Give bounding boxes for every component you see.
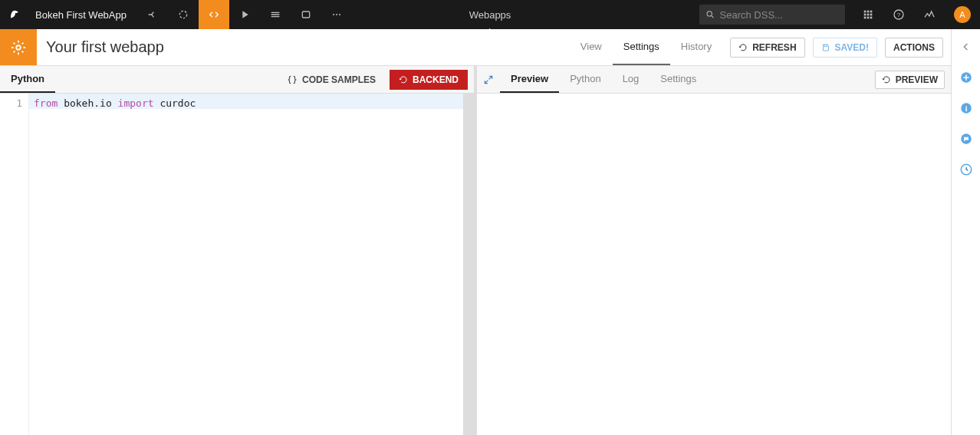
apps-button[interactable] — [853, 0, 883, 29]
header-actions: View Settings History REFRESH SAVED! ACT… — [570, 29, 951, 65]
tab-label: Python — [11, 73, 44, 84]
svg-text:i: i — [965, 104, 967, 113]
breadcrumb-item[interactable]: Webapps — [459, 0, 522, 29]
right-pane: Preview Python Log Settings PREVIEW — [477, 66, 951, 435]
right-tab-settings[interactable]: Settings — [649, 66, 707, 93]
ring-icon — [177, 8, 189, 21]
info-button[interactable]: i — [958, 100, 975, 117]
right-pane-actions: PREVIEW — [875, 66, 951, 93]
left-tab-python[interactable]: Python — [0, 66, 55, 93]
breadcrumb-label: Webapps — [469, 9, 511, 21]
code-token: curdoc — [159, 97, 196, 109]
right-tab-log[interactable]: Log — [612, 66, 650, 93]
flow-icon[interactable] — [137, 0, 168, 29]
info-icon: i — [959, 101, 973, 115]
right-tab-preview[interactable]: Preview — [500, 66, 559, 93]
search-box[interactable] — [699, 5, 845, 25]
line-number: 1 — [0, 96, 22, 111]
arrow-left-icon — [960, 41, 972, 53]
tab-view[interactable]: View — [570, 29, 613, 65]
tab-label: History — [681, 41, 712, 52]
gear-icon — [10, 39, 27, 56]
expand-button[interactable] — [477, 66, 500, 93]
svg-line-6 — [712, 16, 714, 18]
help-icon: ? — [893, 8, 905, 21]
collapse-rail-button[interactable] — [958, 38, 975, 55]
tab-label: Preview — [511, 73, 548, 84]
bird-icon — [8, 8, 22, 21]
chat-icon — [959, 132, 973, 146]
svg-rect-15 — [870, 17, 873, 19]
svg-rect-9 — [870, 11, 873, 13]
saved-button: SAVED! — [813, 38, 877, 58]
project-title[interactable]: Bokeh First WebApp — [31, 9, 137, 21]
nav-circle-icon[interactable] — [168, 0, 199, 29]
left-pane-actions: CODE SAMPLES BACKEND — [279, 66, 474, 93]
right-pane-tabs: Preview Python Log Settings PREVIEW — [477, 66, 951, 94]
topbar-right: ? A — [699, 0, 980, 29]
refresh-button[interactable]: REFRESH — [730, 38, 804, 58]
refresh-icon — [399, 75, 408, 84]
tab-label: Python — [570, 73, 600, 84]
chat-button[interactable] — [958, 130, 975, 147]
main-split: Python CODE SAMPLES BACKEND 1 — [0, 66, 951, 435]
svg-point-0 — [179, 11, 186, 18]
help-button[interactable]: ? — [883, 0, 914, 29]
search-input[interactable] — [720, 9, 839, 21]
tab-label: Settings — [660, 73, 696, 84]
actions-button[interactable]: ACTIONS — [885, 38, 943, 58]
button-label: REFRESH — [752, 42, 796, 53]
topbar: Bokeh First WebApp Webapps — [0, 0, 980, 29]
left-pane-tabs: Python CODE SAMPLES BACKEND — [0, 66, 474, 94]
svg-rect-12 — [870, 14, 873, 16]
caret-icon — [486, 28, 494, 32]
plus-circle-icon — [959, 71, 973, 84]
grid-icon — [862, 8, 874, 21]
breadcrumb: Webapps — [459, 0, 522, 29]
avatar[interactable]: A — [954, 6, 971, 23]
expand-icon — [483, 74, 494, 85]
variables-button[interactable] — [291, 0, 321, 29]
publish-button[interactable] — [260, 0, 291, 29]
svg-rect-14 — [867, 17, 870, 19]
svg-rect-8 — [867, 11, 870, 13]
scrollbar[interactable] — [463, 94, 474, 435]
activity-icon — [923, 8, 936, 21]
more-button[interactable] — [321, 0, 352, 29]
search-icon — [705, 9, 715, 20]
right-tab-python[interactable]: Python — [559, 66, 611, 93]
preview-button[interactable]: PREVIEW — [875, 71, 945, 89]
play-icon — [238, 8, 251, 21]
topbar-left: Bokeh First WebApp — [0, 0, 352, 29]
button-label: BACKEND — [413, 74, 459, 85]
braces-icon — [287, 74, 298, 85]
refresh-icon — [882, 75, 891, 84]
add-button[interactable] — [958, 69, 975, 86]
svg-rect-7 — [864, 11, 867, 13]
preview-canvas — [477, 94, 951, 435]
code-line: from bokeh.io import curdoc — [29, 94, 474, 109]
run-button[interactable] — [229, 0, 260, 29]
line-gutter: 1 — [0, 94, 29, 435]
svg-point-5 — [707, 12, 712, 16]
code-samples-button[interactable]: CODE SAMPLES — [279, 74, 383, 85]
code-editor[interactable]: 1 from bokeh.io import curdoc — [0, 94, 474, 435]
app-logo[interactable] — [0, 8, 31, 21]
code-view-button[interactable] — [199, 0, 229, 29]
svg-point-18 — [16, 45, 21, 50]
button-label: SAVED! — [835, 42, 869, 53]
backend-button[interactable]: BACKEND — [390, 70, 468, 90]
save-icon — [821, 43, 830, 52]
tab-settings[interactable]: Settings — [613, 29, 670, 65]
svg-point-3 — [336, 14, 337, 15]
svg-point-4 — [339, 14, 340, 15]
activity-button[interactable] — [914, 0, 945, 29]
stack-icon — [269, 8, 281, 21]
svg-rect-1 — [302, 12, 309, 18]
code-icon — [208, 8, 220, 21]
tab-history[interactable]: History — [670, 29, 722, 65]
tab-label: View — [580, 41, 602, 52]
svg-text:?: ? — [897, 12, 901, 18]
history-button[interactable] — [958, 161, 975, 178]
svg-rect-11 — [867, 14, 870, 16]
